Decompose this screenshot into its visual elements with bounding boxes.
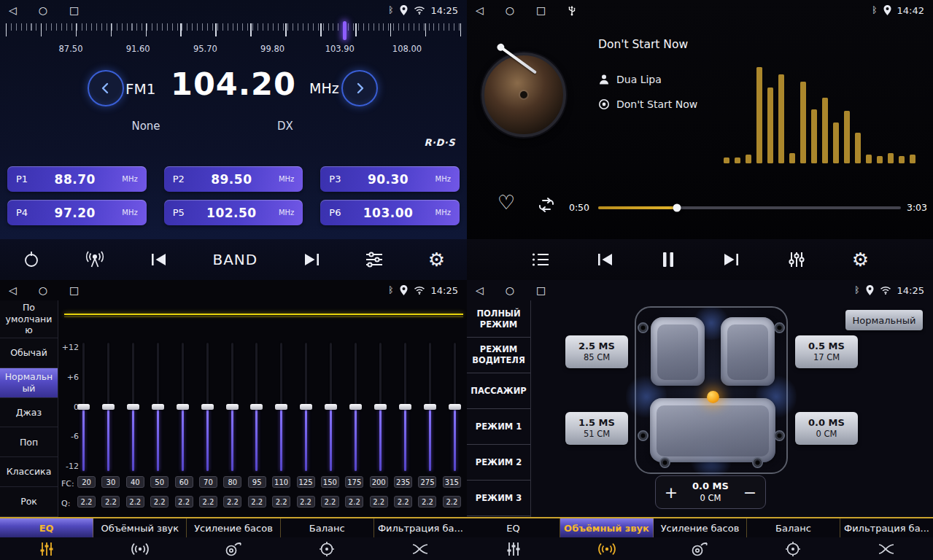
listening-mode-item[interactable]: РЕЖИМ 3 bbox=[467, 481, 530, 516]
next-track-icon[interactable] bbox=[721, 252, 740, 268]
back-button[interactable]: ◁ bbox=[9, 5, 17, 15]
eq-preset-item[interactable]: Классика bbox=[0, 457, 58, 487]
recents-button[interactable]: □ bbox=[536, 5, 546, 15]
eq-slider-knob[interactable] bbox=[201, 404, 214, 410]
eq-preset-item[interactable]: Поп bbox=[0, 427, 58, 457]
eq-slider-knob[interactable] bbox=[77, 404, 90, 410]
audio-tab[interactable]: Фильтрация ба... bbox=[840, 518, 933, 537]
filter-tab-icon[interactable] bbox=[373, 541, 467, 557]
eq-slider[interactable] bbox=[399, 343, 411, 471]
eq-slider[interactable] bbox=[77, 343, 90, 471]
eq-slider-knob[interactable] bbox=[399, 404, 411, 410]
preset-button[interactable]: P3 90.30 MHz bbox=[320, 166, 460, 192]
settings-gear-icon[interactable]: ⚙ bbox=[852, 250, 869, 269]
eq-slider[interactable] bbox=[152, 343, 164, 471]
delay-front-left[interactable]: 2.5 MS 85 CM bbox=[565, 335, 628, 368]
eq-preset-item[interactable]: Рок bbox=[0, 487, 58, 517]
band-button[interactable]: BAND bbox=[212, 251, 258, 268]
audio-tab[interactable]: EQ bbox=[0, 518, 93, 537]
eq-preset-item[interactable]: Обычай bbox=[0, 338, 58, 368]
eq-slider-knob[interactable] bbox=[449, 404, 461, 410]
seek-bar[interactable] bbox=[598, 206, 901, 209]
audio-tab[interactable]: EQ bbox=[467, 518, 560, 537]
back-button[interactable]: ◁ bbox=[9, 285, 17, 295]
repeat-icon[interactable] bbox=[537, 197, 556, 213]
eq-slider-knob[interactable] bbox=[300, 404, 312, 410]
audio-tab[interactable]: Фильтрация ба... bbox=[374, 518, 467, 537]
delay-front-right[interactable]: 0.5 MS 17 CM bbox=[795, 335, 858, 368]
surround-tab-icon[interactable] bbox=[560, 541, 654, 557]
delay-rear-right[interactable]: 0.0 MS 0 CM bbox=[795, 412, 858, 445]
listening-mode-item[interactable]: РЕЖИМ 1 bbox=[467, 409, 530, 445]
balance-tab-icon[interactable] bbox=[746, 541, 840, 557]
eq-preset-item[interactable]: По умолчанию bbox=[0, 300, 58, 338]
eq-slider[interactable] bbox=[374, 343, 387, 471]
previous-station-icon[interactable] bbox=[150, 252, 169, 268]
eq-preset-item[interactable]: Нормальный bbox=[0, 368, 58, 398]
playlist-icon[interactable] bbox=[531, 252, 550, 268]
equalizer-icon[interactable] bbox=[365, 251, 384, 268]
preset-button[interactable]: P2 89.50 MHz bbox=[164, 166, 303, 192]
home-button[interactable]: ○ bbox=[506, 285, 514, 295]
eq-slider-knob[interactable] bbox=[102, 404, 115, 410]
eq-slider[interactable] bbox=[300, 343, 312, 471]
delay-decrease-button[interactable]: − bbox=[735, 476, 765, 508]
listening-mode-item[interactable]: РЕЖИМ 2 bbox=[467, 445, 530, 481]
eq-slider-knob[interactable] bbox=[424, 404, 436, 410]
eq-tab-icon[interactable] bbox=[0, 541, 93, 557]
eq-slider[interactable] bbox=[201, 343, 214, 471]
eq-slider-knob[interactable] bbox=[349, 404, 362, 410]
mixer-icon[interactable] bbox=[787, 251, 806, 268]
eq-slider[interactable] bbox=[102, 343, 115, 471]
home-button[interactable]: ○ bbox=[39, 285, 47, 295]
eq-slider-knob[interactable] bbox=[374, 404, 387, 410]
audio-tab[interactable]: Баланс bbox=[281, 518, 374, 537]
eq-slider[interactable] bbox=[250, 343, 263, 471]
progress-knob[interactable] bbox=[673, 204, 681, 212]
eq-slider[interactable] bbox=[127, 343, 139, 471]
delay-rear-left[interactable]: 1.5 MS 51 CM bbox=[565, 412, 628, 445]
audio-tab[interactable]: Усиление басов bbox=[187, 518, 280, 537]
listening-mode-item[interactable]: ПОЛНЫЙ РЕЖИМ bbox=[467, 302, 530, 338]
audio-tab[interactable]: Объёмный звук bbox=[560, 518, 654, 537]
eq-slider-knob[interactable] bbox=[152, 404, 164, 410]
home-button[interactable]: ○ bbox=[39, 5, 47, 15]
back-button[interactable]: ◁ bbox=[476, 5, 484, 15]
audio-tab[interactable]: Усиление басов bbox=[654, 518, 747, 537]
tune-down-button[interactable] bbox=[88, 70, 124, 106]
favorite-heart-icon[interactable]: ♡ bbox=[498, 192, 515, 212]
eq-slider[interactable] bbox=[275, 343, 287, 471]
surround-preset-button[interactable]: Нормальный bbox=[845, 310, 923, 330]
preset-button[interactable]: P4 97.20 MHz bbox=[7, 200, 147, 225]
next-station-icon[interactable] bbox=[302, 252, 321, 268]
previous-track-icon[interactable] bbox=[596, 252, 615, 268]
tuner-indicator[interactable] bbox=[343, 21, 347, 40]
audio-tab[interactable]: Баланс bbox=[747, 518, 840, 537]
eq-slider-knob[interactable] bbox=[127, 404, 139, 410]
eq-preset-item[interactable]: Джаз bbox=[0, 398, 58, 428]
tune-up-button[interactable] bbox=[341, 70, 378, 106]
bass-boost-tab-icon[interactable] bbox=[654, 541, 747, 557]
home-button[interactable]: ○ bbox=[506, 5, 514, 15]
balance-tab-icon[interactable] bbox=[280, 541, 373, 557]
filter-tab-icon[interactable] bbox=[840, 541, 933, 557]
tuner-scale[interactable] bbox=[6, 23, 461, 41]
eq-slider[interactable] bbox=[177, 343, 189, 471]
surround-tab-icon[interactable] bbox=[93, 541, 187, 557]
preset-button[interactable]: P6 103.00 MHz bbox=[320, 200, 460, 225]
bass-boost-tab-icon[interactable] bbox=[187, 541, 280, 557]
eq-slider[interactable] bbox=[325, 343, 337, 471]
eq-slider-knob[interactable] bbox=[275, 404, 287, 410]
eq-slider[interactable] bbox=[449, 343, 461, 471]
recents-button[interactable]: □ bbox=[69, 285, 79, 295]
settings-gear-icon[interactable]: ⚙ bbox=[428, 250, 445, 269]
back-button[interactable]: ◁ bbox=[476, 285, 484, 295]
listening-mode-item[interactable]: РЕЖИМ ВОДИТЕЛЯ bbox=[467, 338, 530, 373]
delay-increase-button[interactable]: + bbox=[656, 476, 686, 508]
preset-button[interactable]: P5 102.50 MHz bbox=[164, 200, 303, 225]
listening-position-marker[interactable] bbox=[707, 391, 719, 403]
eq-tab-icon[interactable] bbox=[467, 541, 560, 557]
eq-slider-knob[interactable] bbox=[250, 404, 263, 410]
eq-slider[interactable] bbox=[349, 343, 362, 471]
eq-slider[interactable] bbox=[226, 343, 239, 471]
